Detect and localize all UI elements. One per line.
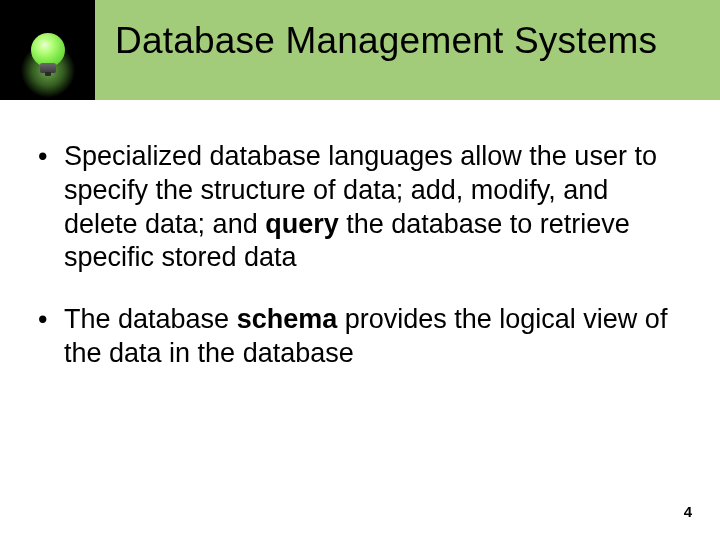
bullet-text: schema xyxy=(237,304,338,334)
slide-body: Specialized database languages allow the… xyxy=(34,140,680,399)
slide-title: Database Management Systems xyxy=(115,20,708,62)
bullet-text: query xyxy=(265,209,339,239)
lightbulb-icon xyxy=(23,15,73,85)
logo-box xyxy=(0,0,95,100)
page-number: 4 xyxy=(684,503,692,520)
slide-header: Database Management Systems xyxy=(0,0,720,100)
bullet-item: Specialized database languages allow the… xyxy=(34,140,680,275)
bullet-list: Specialized database languages allow the… xyxy=(34,140,680,371)
bullet-item: The database schema provides the logical… xyxy=(34,303,680,371)
bullet-text: The database xyxy=(64,304,237,334)
